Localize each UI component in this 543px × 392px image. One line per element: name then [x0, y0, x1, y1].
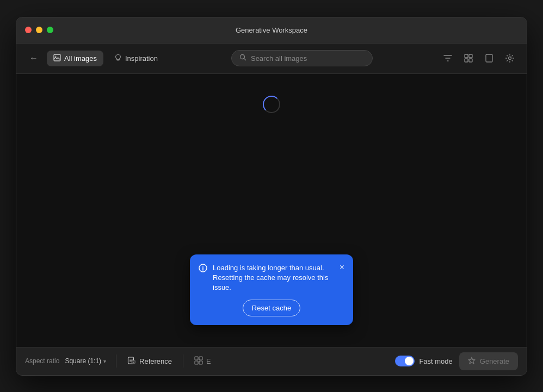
svg-point-10: [202, 266, 203, 267]
generate-button[interactable]: Generate: [459, 352, 518, 370]
main-content: Loading is taking longer than usual. Res…: [16, 74, 527, 347]
reference-label: Reference: [139, 357, 172, 365]
search-placeholder: Search all images: [251, 54, 307, 63]
fast-mode-container: Fast mode: [395, 356, 452, 366]
window-title: Generative Workspace: [236, 26, 307, 34]
svg-point-2: [240, 55, 244, 59]
toolbar-right: [440, 50, 518, 66]
all-images-tab[interactable]: All images: [47, 51, 103, 66]
svg-rect-13: [195, 357, 198, 360]
toast-message: Loading is taking longer than usual. Res…: [213, 263, 334, 293]
settings-button[interactable]: [502, 50, 518, 66]
toast-notification: Loading is taking longer than usual. Res…: [190, 254, 353, 325]
svg-rect-5: [465, 59, 468, 62]
reference-button[interactable]: Reference: [123, 354, 176, 369]
aspect-ratio-value: Square (1:1): [65, 357, 101, 365]
toolbar: ← All images: [16, 43, 527, 74]
aspect-ratio-selector[interactable]: Square (1:1) ▾: [61, 355, 109, 367]
bottom-right: Fast mode Generate: [395, 352, 518, 370]
toolbar-center: Search all images: [169, 50, 435, 66]
svg-rect-16: [199, 361, 202, 364]
search-bar[interactable]: Search all images: [231, 50, 373, 66]
svg-rect-6: [469, 59, 472, 62]
app-window: Generative Workspace ← All images: [16, 17, 527, 376]
traffic-lights: [25, 27, 53, 33]
generate-icon: [468, 357, 476, 366]
fast-mode-label: Fast mode: [419, 357, 452, 365]
grid-view-icon: [464, 53, 473, 63]
back-button[interactable]: ←: [25, 50, 42, 66]
single-view-icon: [484, 53, 494, 63]
images-icon: [53, 54, 61, 63]
elements-label: E: [206, 357, 211, 365]
fast-mode-toggle[interactable]: [395, 356, 415, 366]
chevron-down-icon: ▾: [103, 358, 106, 364]
inspiration-icon: [114, 54, 122, 63]
inspiration-label: Inspiration: [125, 54, 158, 63]
single-view-button[interactable]: [481, 50, 497, 66]
back-arrow-icon: ←: [29, 53, 38, 63]
svg-point-1: [55, 55, 57, 57]
generate-label: Generate: [480, 357, 509, 365]
svg-point-8: [509, 57, 511, 60]
reference-icon: [127, 356, 136, 366]
bottom-left: Aspect ratio Square (1:1) ▾ Reference: [25, 354, 395, 369]
elements-button[interactable]: E: [190, 354, 215, 369]
divider-1: [116, 354, 116, 368]
gear-icon: [505, 53, 515, 63]
loading-spinner: [263, 96, 280, 113]
info-icon: [199, 264, 207, 275]
filter-icon: [443, 53, 453, 63]
svg-rect-4: [469, 54, 472, 58]
svg-rect-14: [199, 357, 202, 360]
filter-button[interactable]: [440, 50, 456, 66]
inspiration-tab[interactable]: Inspiration: [108, 51, 164, 66]
toggle-knob: [405, 357, 414, 365]
toast-close-button[interactable]: ×: [340, 263, 344, 272]
maximize-button[interactable]: [47, 27, 53, 33]
svg-rect-15: [195, 361, 198, 364]
search-icon: [239, 54, 246, 63]
svg-rect-3: [465, 54, 468, 58]
divider-2: [183, 354, 183, 368]
titlebar: Generative Workspace: [16, 17, 527, 43]
aspect-ratio-label: Aspect ratio: [25, 357, 59, 365]
spinner-container: [263, 96, 280, 113]
reset-cache-button[interactable]: Reset cache: [243, 300, 300, 316]
toolbar-left: ← All images: [25, 50, 164, 66]
close-button[interactable]: [25, 27, 32, 33]
all-images-label: All images: [64, 54, 97, 63]
minimize-button[interactable]: [36, 27, 42, 33]
toast-header: Loading is taking longer than usual. Res…: [199, 263, 344, 293]
svg-rect-7: [486, 54, 492, 62]
elements-icon: [194, 356, 203, 366]
grid-view-button[interactable]: [460, 50, 477, 66]
bottom-bar: Aspect ratio Square (1:1) ▾ Reference: [16, 347, 527, 375]
